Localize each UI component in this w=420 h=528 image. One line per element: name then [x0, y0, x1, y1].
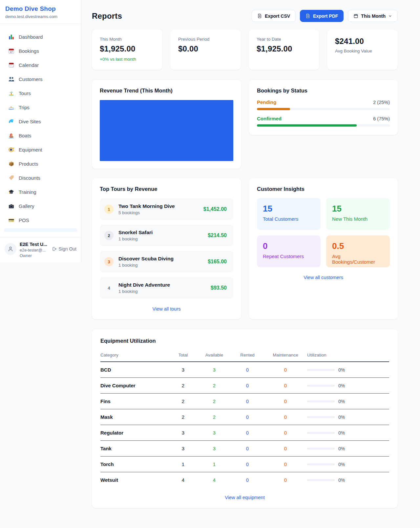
cell-maintenance: 0 — [264, 414, 307, 420]
sidebar-item-bookings[interactable]: 17 Bookings — [0, 44, 81, 58]
tour-row: 1 Two Tank Morning Dive 5 bookings $1,45… — [100, 198, 233, 220]
export-csv-button[interactable]: Export CSV — [252, 10, 296, 22]
utilization-bar-track — [307, 369, 335, 371]
cell-maintenance: 0 — [264, 477, 307, 483]
rank-badge: 1 — [104, 205, 114, 214]
utilization-pct: 0% — [338, 415, 345, 420]
sign-out-button[interactable]: Sign Out — [52, 246, 76, 252]
top-tours-title: Top Tours by Revenue — [100, 186, 233, 192]
sidebar-item-trips[interactable]: Trips — [0, 100, 81, 114]
cell-available: 2 — [198, 383, 231, 388]
tour-info: Snorkel Safari 1 booking — [118, 230, 153, 241]
sign-out-icon — [52, 246, 57, 252]
cell-maintenance: 0 — [264, 430, 307, 436]
sidebar-item-label: Bookings — [19, 48, 39, 54]
cell-utilization: 0% — [307, 415, 389, 420]
tour-info: Night Dive Adventure 1 booking — [118, 282, 170, 294]
tour-name: Night Dive Adventure — [118, 282, 170, 288]
cell-available: 1 — [198, 461, 231, 467]
utilization-pct: 0% — [338, 383, 345, 388]
tile-repeat-customers: 0 Repeat Customers — [257, 235, 321, 267]
sidebar-item-customers[interactable]: Customers — [0, 72, 81, 86]
cell-rented: 0 — [231, 414, 264, 420]
rank-badge: 2 — [104, 231, 114, 240]
sidebar-item-dive-sites[interactable]: Dive Sites — [0, 114, 81, 129]
cell-category: BCD — [100, 367, 169, 373]
sidebar-item-calendar[interactable]: Calendar — [0, 58, 81, 72]
tile-value: 0 — [263, 241, 315, 251]
cell-utilization: 0% — [307, 446, 389, 451]
sidebar-item-discounts[interactable]: Discounts — [0, 171, 81, 185]
sidebar-item-label: POS — [19, 217, 29, 223]
user-role: Owner — [20, 254, 47, 258]
period-selector[interactable]: This Month — [348, 10, 398, 22]
tour-row: 4 Night Dive Adventure 1 booking $93.50 — [100, 277, 233, 299]
tour-name: Snorkel Safari — [118, 230, 153, 235]
tour-info: Discover Scuba Diving 1 booking — [118, 256, 174, 268]
view-all-customers-link[interactable]: View all customers — [257, 275, 390, 280]
sidebar-item-equipment[interactable]: Equipment — [0, 143, 81, 157]
tile-value: 15 — [263, 204, 315, 214]
cell-total: 3 — [169, 367, 198, 373]
sidebar-item-label: Calendar — [19, 62, 39, 68]
sidebar-item-products[interactable]: Products — [0, 157, 81, 171]
bookings-by-status-title: Bookings by Status — [257, 88, 390, 94]
user-email: e2e-tester@... — [20, 248, 47, 253]
cell-maintenance: 0 — [264, 383, 307, 388]
revenue-trend-chart — [100, 100, 233, 161]
sidebar-item-label: Products — [19, 161, 38, 167]
customer-insights-card: Customer Insights 15 Total Customers 15 … — [249, 178, 398, 319]
export-pdf-button[interactable]: Export PDF — [300, 10, 344, 22]
cell-maintenance: 0 — [264, 398, 307, 404]
cell-total: 4 — [169, 477, 198, 483]
calendar-date-icon: 17 — [8, 48, 14, 54]
view-all-tours-link[interactable]: View all tours — [100, 306, 233, 312]
sidebar: Demo Dive Shop demo.test.divestreams.com… — [0, 0, 81, 262]
cell-total: 3 — [169, 430, 198, 436]
status-bar-track — [257, 108, 390, 110]
sidebar-item-boats[interactable]: Boats — [0, 129, 81, 143]
sidebar-item-pos[interactable]: POS — [0, 213, 81, 227]
sidebar-item-label: Gallery — [19, 203, 34, 209]
sidebar-item-training[interactable]: Training — [0, 185, 81, 199]
sidebar-item-gallery[interactable]: Gallery — [0, 199, 81, 213]
table-row: Wetsuit 4 4 0 0 0% — [100, 472, 389, 488]
tour-info: Two Tank Morning Dive 5 bookings — [118, 203, 175, 215]
tour-revenue: $214.50 — [208, 233, 227, 238]
sidebar-item-dashboard[interactable]: Dashboard — [0, 30, 81, 44]
view-all-equipment-link[interactable]: View all equipment — [100, 495, 389, 500]
tile-label: Total Customers — [263, 216, 315, 222]
cell-available: 3 — [198, 367, 231, 373]
utilization-bar-track — [307, 432, 335, 434]
insights-row: Top Tours by Revenue 1 Two Tank Morning … — [92, 178, 398, 319]
column-header: Utilization — [307, 353, 389, 357]
island-icon — [8, 90, 14, 96]
utilization-pct: 0% — [338, 430, 345, 436]
cell-category: Regulator — [100, 430, 169, 436]
tour-revenue: $165.00 — [208, 259, 227, 265]
sign-out-label: Sign Out — [59, 246, 76, 252]
sidebar-item-label: Discounts — [19, 175, 40, 181]
tile-total-customers: 15 Total Customers — [257, 198, 321, 230]
tour-bookings: 1 booking — [118, 289, 170, 294]
user-icon — [8, 246, 13, 252]
utilization-bar-track — [307, 385, 335, 387]
utilization-pct: 0% — [338, 446, 345, 451]
sidebar-item-label: Boats — [19, 133, 31, 138]
status-count: 6 (75%) — [373, 116, 390, 121]
cell-utilization: 0% — [307, 399, 389, 404]
utilization-bar-track — [307, 463, 335, 465]
tour-revenue: $1,452.00 — [203, 206, 227, 212]
calendar-icon — [8, 62, 14, 68]
sidebar-user-footer: E2E Test U... e2e-tester@... Owner Sign … — [0, 237, 81, 262]
cell-utilization: 0% — [307, 430, 389, 436]
cell-total: 2 — [169, 414, 198, 420]
sidebar-item-reports-active[interactable] — [4, 228, 77, 232]
cell-available: 2 — [198, 398, 231, 404]
stat-value: $1,925.00 — [100, 44, 155, 53]
table-row: Tank 3 3 0 0 0% — [100, 440, 389, 456]
sidebar-item-tours[interactable]: Tours — [0, 86, 81, 100]
table-header-row: Category Total Available Rented Maintena… — [100, 349, 389, 362]
column-header: Total — [169, 353, 198, 357]
table-row: BCD 3 3 0 0 0% — [100, 362, 389, 377]
